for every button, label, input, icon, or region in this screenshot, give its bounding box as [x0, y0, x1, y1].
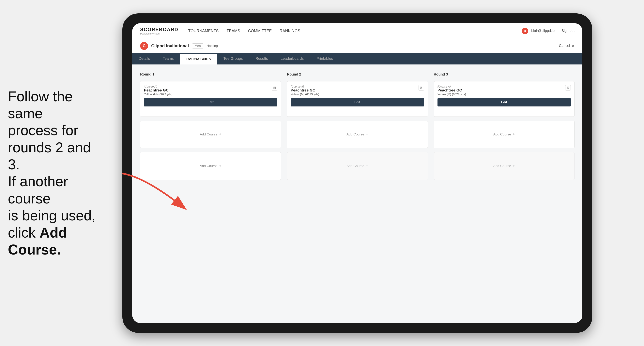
logo-subtitle: Powered by clippd — [140, 32, 178, 35]
round-3-label: Round 3 — [434, 72, 574, 76]
main-content: Round 1 (Course A) Peachtree GC Yellow (… — [132, 64, 582, 323]
round-3-column: Round 3 (Course A) Peachtree GC Yellow (… — [434, 72, 574, 180]
add-course-card-round1-2[interactable]: Add Course + — [140, 152, 281, 180]
course-name-round3: Peachtree GC — [438, 88, 466, 92]
cancel-button[interactable]: Cancel ✕ — [559, 44, 574, 48]
edit-button-round1[interactable]: Edit — [144, 98, 277, 106]
course-card-header-round1: (Course A) Peachtree GC Yellow (M) (6629… — [144, 85, 277, 96]
plus-icon-round3-2: + — [512, 164, 515, 168]
nav-links: TOURNAMENTS TEAMS COMMITTEE RANKINGS — [188, 29, 300, 33]
tab-details[interactable]: Details — [132, 53, 156, 64]
round-1-label: Round 1 — [140, 72, 281, 76]
tab-bar: Details Teams Course Setup Tee Groups Re… — [132, 53, 582, 64]
nav-link-rankings[interactable]: RANKINGS — [280, 29, 300, 33]
add-course-card-round3-2: Add Course + — [434, 152, 574, 180]
rounds-grid: Round 1 (Course A) Peachtree GC Yellow (… — [140, 72, 574, 180]
plus-icon-round2-1: + — [366, 132, 368, 137]
plus-icon-round1-1: + — [219, 132, 222, 137]
course-tag-round1: (Course A) — [144, 85, 172, 88]
course-tag-round2: (Course A) — [290, 85, 319, 88]
tournament-info: C Clippd Invitational Men Hosting — [140, 42, 218, 50]
course-card-round1: (Course A) Peachtree GC Yellow (M) (6629… — [140, 81, 281, 117]
tab-results[interactable]: Results — [249, 53, 274, 64]
add-course-card-round1-1[interactable]: Add Course + — [140, 121, 281, 148]
tablet-screen: SCOREBOARD Powered by clippd TOURNAMENTS… — [132, 23, 582, 323]
tab-printables[interactable]: Printables — [310, 53, 339, 64]
tournament-badge: Men — [192, 43, 203, 48]
tournament-header: C Clippd Invitational Men Hosting Cancel… — [132, 39, 582, 53]
tab-leaderboards[interactable]: Leaderboards — [274, 53, 310, 64]
tournament-name: Clippd Invitational — [151, 43, 189, 48]
nav-link-tournaments[interactable]: TOURNAMENTS — [188, 29, 218, 33]
course-name-round1: Peachtree GC — [144, 88, 172, 92]
edit-button-round3[interactable]: Edit — [438, 98, 571, 106]
top-nav: SCOREBOARD Powered by clippd TOURNAMENTS… — [132, 23, 582, 39]
pipe-separator: | — [558, 29, 558, 33]
top-nav-left: SCOREBOARD Powered by clippd TOURNAMENTS… — [140, 27, 300, 35]
tablet-frame: SCOREBOARD Powered by clippd TOURNAMENTS… — [122, 13, 592, 333]
top-nav-right: B blair@clippd.io | Sign out — [522, 28, 574, 34]
plus-icon-round1-2: + — [219, 164, 222, 168]
round-1-column: Round 1 (Course A) Peachtree GC Yellow (… — [140, 72, 281, 180]
course-tee-round2: Yellow (M) (6629 yds) — [290, 92, 319, 96]
course-card-round2: (Course A) Peachtree GC Yellow (M) (6629… — [287, 81, 428, 117]
edit-button-round2[interactable]: Edit — [290, 98, 424, 106]
add-course-label-round2-1: Add Course — [346, 133, 364, 137]
delete-course-round3[interactable]: ⊠ — [565, 85, 571, 90]
plus-icon-round2-2: + — [366, 164, 368, 168]
tournament-status: Hosting — [206, 44, 218, 48]
avatar: B — [522, 28, 528, 34]
nav-link-committee[interactable]: COMMITTEE — [248, 29, 272, 33]
logo-area: SCOREBOARD Powered by clippd — [140, 27, 178, 35]
course-card-round3: (Course A) Peachtree GC Yellow (M) (6629… — [434, 81, 574, 117]
course-tee-round3: Yellow (M) (6629 yds) — [438, 92, 466, 96]
close-icon: ✕ — [572, 44, 574, 48]
course-card-header-round3: (Course A) Peachtree GC Yellow (M) (6629… — [438, 85, 571, 96]
add-course-card-round2-2: Add Course + — [287, 152, 428, 180]
user-email: blair@clippd.io — [531, 29, 554, 33]
round-2-label: Round 2 — [287, 72, 428, 76]
delete-course-round2[interactable]: ⊠ — [418, 85, 424, 90]
nav-link-teams[interactable]: TEAMS — [226, 29, 240, 33]
course-tee-round1: Yellow (M) (6629 yds) — [144, 92, 172, 96]
add-course-label-round3-1: Add Course — [493, 133, 511, 137]
cancel-label: Cancel — [559, 44, 570, 48]
tab-teams[interactable]: Teams — [156, 53, 180, 64]
tab-course-setup[interactable]: Course Setup — [180, 53, 217, 64]
add-course-card-round2-1[interactable]: Add Course + — [287, 121, 428, 148]
add-course-label-round3-2: Add Course — [493, 164, 511, 168]
round-2-column: Round 2 (Course A) Peachtree GC Yellow (… — [287, 72, 428, 180]
sign-out-link[interactable]: Sign out — [562, 29, 574, 33]
delete-course-round1[interactable]: ⊠ — [272, 85, 277, 90]
course-name-round2: Peachtree GC — [290, 88, 319, 92]
add-course-label-round2-2: Add Course — [346, 164, 364, 168]
tab-tee-groups[interactable]: Tee Groups — [217, 53, 249, 64]
add-course-card-round3-1[interactable]: Add Course + — [434, 121, 574, 148]
course-card-header-round2: (Course A) Peachtree GC Yellow (M) (6629… — [290, 85, 424, 96]
logo-title: SCOREBOARD — [140, 27, 178, 32]
plus-icon-round3-1: + — [512, 132, 515, 137]
course-tag-round3: (Course A) — [438, 85, 466, 88]
instruction-text: Follow the same process for rounds 2 and… — [0, 80, 114, 266]
add-course-label-round1-2: Add Course — [200, 164, 218, 168]
tournament-logo: C — [140, 42, 148, 50]
add-course-label-round1-1: Add Course — [200, 133, 218, 137]
